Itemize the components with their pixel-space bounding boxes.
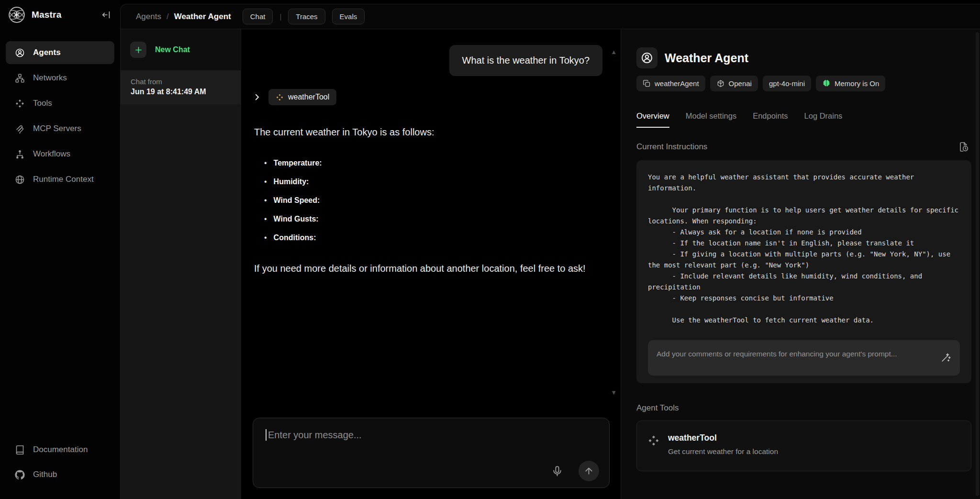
agent-header: Weather Agent bbox=[636, 47, 971, 68]
sidebar-collapse-icon[interactable] bbox=[101, 10, 111, 20]
sidebar: Mastra Agents bbox=[0, 0, 120, 499]
chat-item-timestamp: Jun 19 at 8:41:49 AM bbox=[131, 88, 231, 96]
brand-name: Mastra bbox=[32, 10, 61, 20]
instructions-card: You are a helpful weather assistant that… bbox=[636, 160, 971, 383]
chat-main: ▲ ▼ What is the weather in Tokyo? weathe… bbox=[241, 29, 621, 499]
weather-detail-wind-gusts: Wind Gusts:11.2 m/s bbox=[264, 215, 602, 223]
sidebar-item-label: Runtime Context bbox=[33, 175, 94, 184]
sidebar-item-networks[interactable]: Networks bbox=[6, 67, 114, 89]
sidebar-item-mcp-servers[interactable]: MCP Servers bbox=[6, 117, 114, 140]
sidebar-item-label: Github bbox=[33, 470, 57, 479]
assistant-outro: If you need more details or information … bbox=[253, 263, 602, 274]
mastra-logo-icon bbox=[8, 6, 26, 24]
badge-label: Memory is On bbox=[835, 79, 879, 88]
agent-tool-card[interactable]: weatherTool Get current weather for a lo… bbox=[636, 421, 971, 471]
new-chat-button[interactable]: New Chat bbox=[155, 45, 190, 54]
weather-detail-humidity: Humidity:88% bbox=[264, 177, 602, 186]
tab-chat[interactable]: Chat bbox=[243, 9, 273, 24]
microphone-icon[interactable] bbox=[551, 465, 563, 477]
tool-call-row: weatherTool bbox=[253, 89, 602, 105]
new-chat-row[interactable]: New Chat bbox=[121, 29, 241, 70]
chat-history-item[interactable]: Chat from Jun 19 at 8:41:49 AM bbox=[121, 70, 241, 104]
tool-name: weatherTool bbox=[668, 433, 778, 443]
tool-call-pill[interactable]: weatherTool bbox=[268, 89, 336, 105]
mcp-servers-icon bbox=[15, 124, 25, 134]
content-row: New Chat Chat from Jun 19 at 8:41:49 AM … bbox=[121, 29, 980, 499]
sidebar-item-github[interactable]: Github bbox=[6, 464, 114, 486]
instructions-title: Current Instructions bbox=[636, 142, 707, 152]
weather-detail-conditions: Conditions:Mainly clear bbox=[264, 233, 602, 242]
openai-icon bbox=[716, 79, 725, 88]
badge-label: Openai bbox=[729, 79, 752, 88]
message-input[interactable]: Enter your message... bbox=[253, 418, 610, 488]
tab-model-settings[interactable]: Model settings bbox=[686, 111, 736, 128]
agent-badges: weatherAgent Openai gpt-4o-mini bbox=[636, 76, 971, 91]
weather-details-list: Temperature:25.5°C (feels like 30.8°C) H… bbox=[264, 159, 602, 242]
magic-wand-icon[interactable] bbox=[941, 352, 951, 363]
user-message-bubble: What is the weather in Tokyo? bbox=[449, 45, 602, 76]
plus-icon[interactable] bbox=[130, 42, 146, 58]
sidebar-item-label: Networks bbox=[33, 73, 67, 83]
scrollbar[interactable] bbox=[976, 32, 979, 496]
instructions-section-head: Current Instructions bbox=[636, 141, 971, 153]
agent-title: Weather Agent bbox=[665, 51, 748, 65]
scroll-up-icon[interactable]: ▲ bbox=[611, 48, 617, 55]
chevron-right-icon[interactable] bbox=[253, 93, 261, 101]
scroll-down-icon[interactable]: ▼ bbox=[611, 389, 617, 396]
breadcrumb-separator: / bbox=[167, 12, 169, 22]
agent-panel-tabs: Overview Model settings Endpoints Log Dr… bbox=[636, 111, 971, 128]
book-icon bbox=[15, 445, 25, 455]
sidebar-item-documentation[interactable]: Documentation bbox=[6, 439, 114, 461]
tab-divider: | bbox=[279, 12, 281, 21]
topbar: Agents / Weather Agent Chat | Traces Eva… bbox=[121, 4, 980, 29]
tab-endpoints[interactable]: Endpoints bbox=[753, 111, 788, 128]
message-thread: What is the weather in Tokyo? weatherToo… bbox=[241, 29, 621, 418]
sidebar-item-workflows[interactable]: Workflows bbox=[6, 143, 114, 166]
main-area: Agents / Weather Agent Chat | Traces Eva… bbox=[120, 4, 980, 499]
sidebar-item-runtime-context[interactable]: Runtime Context bbox=[6, 168, 114, 191]
badge-label: gpt-4o-mini bbox=[769, 79, 805, 88]
weather-detail-temperature: Temperature:25.5°C (feels like 30.8°C) bbox=[264, 159, 602, 167]
text-caret bbox=[266, 429, 267, 441]
chat-item-label: Chat from bbox=[131, 78, 231, 86]
sidebar-item-label: Workflows bbox=[33, 149, 70, 159]
github-icon bbox=[15, 470, 25, 480]
tab-traces[interactable]: Traces bbox=[288, 9, 325, 24]
tab-evals[interactable]: Evals bbox=[332, 9, 365, 24]
top-tabs: Chat | Traces Evals bbox=[243, 9, 365, 24]
breadcrumb: Agents / Weather Agent bbox=[136, 12, 231, 22]
message-input-placeholder: Enter your message... bbox=[268, 430, 362, 440]
tab-log-drains[interactable]: Log Drains bbox=[804, 111, 843, 128]
badge-agent-id[interactable]: weatherAgent bbox=[636, 76, 705, 91]
sidebar-item-label: Tools bbox=[33, 99, 52, 108]
send-button[interactable] bbox=[579, 461, 599, 481]
tools-icon bbox=[15, 99, 25, 109]
badge-model: gpt-4o-mini bbox=[763, 76, 811, 91]
assistant-intro: The current weather in Tokyo is as follo… bbox=[253, 127, 602, 138]
brand-row: Mastra bbox=[0, 0, 120, 30]
app: Mastra Agents bbox=[0, 0, 980, 499]
sidebar-item-tools[interactable]: Tools bbox=[6, 92, 114, 115]
sidebar-nav: Agents Networks Tools bbox=[0, 30, 120, 193]
prompt-comment-input[interactable]: Add your comments or requirements for en… bbox=[648, 340, 960, 376]
badge-provider: Openai bbox=[710, 76, 758, 91]
sidebar-footer: Documentation Github bbox=[0, 439, 120, 499]
copy-icon bbox=[643, 79, 651, 88]
sidebar-item-label: Agents bbox=[33, 48, 61, 57]
globe-icon bbox=[15, 175, 25, 185]
memory-brain-icon bbox=[822, 79, 831, 88]
instructions-text: You are a helpful weather assistant that… bbox=[648, 172, 960, 326]
agents-icon bbox=[15, 48, 25, 58]
tab-overview[interactable]: Overview bbox=[636, 111, 669, 128]
agent-tools-title: Agent Tools bbox=[636, 403, 971, 413]
tool-call-name: weatherTool bbox=[288, 93, 329, 101]
sidebar-item-agents[interactable]: Agents bbox=[6, 41, 114, 64]
chat-list-panel: New Chat Chat from Jun 19 at 8:41:49 AM bbox=[121, 29, 241, 499]
version-history-icon[interactable] bbox=[958, 141, 969, 153]
breadcrumb-current: Weather Agent bbox=[174, 12, 231, 22]
tool-diamonds-icon bbox=[276, 93, 284, 101]
sidebar-item-label: MCP Servers bbox=[33, 124, 81, 133]
breadcrumb-agents[interactable]: Agents bbox=[136, 12, 161, 22]
prompt-comment-placeholder: Add your comments or requirements for en… bbox=[657, 348, 941, 358]
networks-icon bbox=[15, 73, 25, 83]
